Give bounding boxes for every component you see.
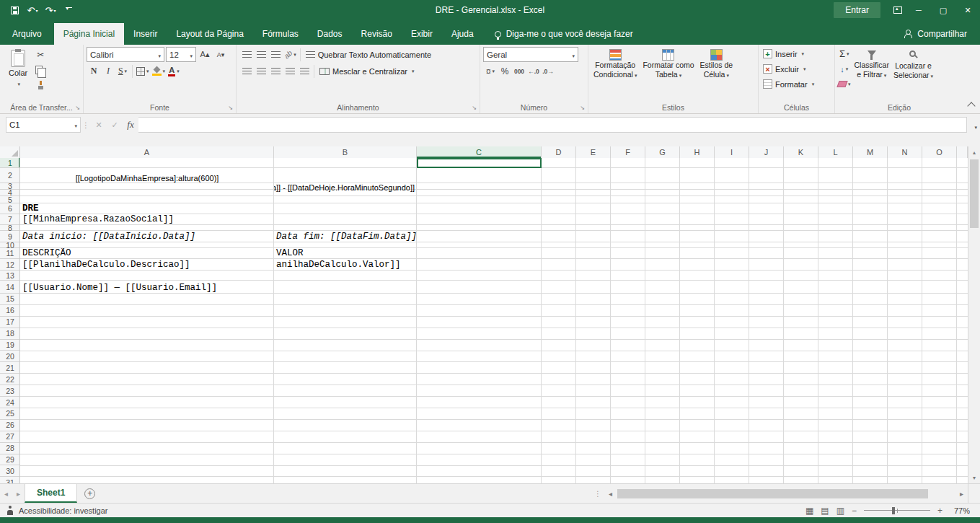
autosum-button[interactable]: Σ bbox=[836, 46, 852, 61]
cut-button[interactable]: ✂ bbox=[33, 47, 48, 62]
bottom-align-button[interactable] bbox=[268, 47, 283, 62]
minimize-button[interactable]: ─ bbox=[906, 0, 931, 20]
row-header-24[interactable]: 24 bbox=[0, 397, 20, 408]
row-header-15[interactable]: 15 bbox=[0, 294, 20, 305]
row-header-14[interactable]: 14 bbox=[0, 281, 20, 294]
sheet-nav-left-button[interactable]: ◂ bbox=[0, 484, 12, 503]
ribbon-display-options-button[interactable] bbox=[889, 1, 906, 19]
number-format-combo[interactable]: Geral bbox=[483, 47, 578, 62]
row-header-6[interactable]: 6 bbox=[0, 203, 20, 214]
tab-formulas[interactable]: Fórmulas bbox=[253, 23, 308, 45]
cell-a2[interactable]: [[LogotipoDaMinhaEmpresa]:altura(600)] bbox=[20, 168, 274, 183]
share-button[interactable]: Compartilhar bbox=[904, 23, 980, 45]
conditional-formatting-button[interactable]: Formatação Condicional bbox=[591, 47, 639, 79]
add-sheet-button[interactable]: + bbox=[84, 488, 95, 499]
accounting-format-button[interactable]: ¤ bbox=[483, 63, 498, 79]
column-header-g[interactable]: G bbox=[645, 146, 680, 158]
column-header-c[interactable]: C bbox=[417, 146, 542, 158]
row-header-8[interactable]: 8 bbox=[0, 225, 20, 231]
vertical-scrollbar[interactable]: ▴ ▾ bbox=[968, 146, 980, 483]
sign-in-button[interactable]: Entrar bbox=[834, 2, 880, 18]
font-name-combo[interactable]: Calibri bbox=[87, 47, 164, 62]
save-button[interactable] bbox=[6, 1, 23, 19]
row-header-18[interactable]: 18 bbox=[0, 328, 20, 340]
column-header-partial[interactable] bbox=[957, 146, 968, 158]
horizontal-scroll-thumb[interactable] bbox=[617, 489, 928, 498]
name-box-dropdown-icon[interactable] bbox=[73, 120, 77, 129]
decrease-decimal-button[interactable]: .0→ bbox=[541, 63, 555, 79]
font-color-button[interactable]: A bbox=[167, 63, 181, 79]
cell-b11[interactable]: VALOR bbox=[274, 248, 417, 259]
tab-revisao[interactable]: Revisão bbox=[352, 23, 402, 45]
underline-button[interactable]: S bbox=[115, 63, 130, 79]
find-select-button[interactable]: Localizar e Selecionar bbox=[891, 46, 935, 79]
zoom-slider-thumb[interactable] bbox=[892, 507, 895, 514]
insert-cells-button[interactable]: Inserir bbox=[760, 46, 833, 61]
name-box[interactable]: C1 bbox=[6, 117, 81, 133]
align-right-button[interactable] bbox=[268, 63, 283, 79]
decrease-indent-button[interactable] bbox=[283, 63, 297, 79]
column-header-e[interactable]: E bbox=[576, 146, 611, 158]
font-size-combo[interactable]: 12 bbox=[166, 47, 196, 62]
cell-b3[interactable]: ata]] - [[DataDeHoje.HoraMinutoSegundo]] bbox=[274, 183, 417, 193]
confirm-entry-button[interactable]: ✓ bbox=[107, 117, 123, 133]
alignment-dialog-launcher[interactable] bbox=[470, 104, 478, 112]
top-align-button[interactable] bbox=[239, 47, 254, 62]
fill-color-button[interactable] bbox=[151, 63, 167, 79]
scroll-up-button[interactable]: ▴ bbox=[968, 146, 980, 158]
tab-arquivo[interactable]: Arquivo bbox=[0, 23, 54, 45]
row-header-20[interactable]: 20 bbox=[0, 351, 20, 363]
middle-align-button[interactable] bbox=[254, 47, 268, 62]
row-header-22[interactable]: 22 bbox=[0, 374, 20, 385]
customize-quick-access-button[interactable] bbox=[60, 1, 77, 19]
row-header-13[interactable]: 13 bbox=[0, 271, 20, 281]
copy-button[interactable] bbox=[33, 62, 48, 77]
bold-button[interactable]: N bbox=[87, 63, 101, 79]
column-header-h[interactable]: H bbox=[680, 146, 715, 158]
tab-ajuda[interactable]: Ajuda bbox=[442, 23, 483, 45]
percent-style-button[interactable]: % bbox=[498, 63, 512, 79]
formula-bar-splitter[interactable]: ⋮ bbox=[81, 117, 91, 133]
zoom-out-button[interactable]: − bbox=[850, 506, 858, 516]
column-header-n[interactable]: N bbox=[888, 146, 922, 158]
tab-exibir[interactable]: Exibir bbox=[402, 23, 442, 45]
page-break-view-button[interactable]: ▥ bbox=[835, 506, 846, 516]
maximize-button[interactable]: ▢ bbox=[931, 0, 955, 20]
row-header-10[interactable]: 10 bbox=[0, 242, 20, 248]
merge-center-button[interactable]: Mesclar e Centralizar bbox=[317, 63, 417, 79]
cell-a14[interactable]: [[Usuario.Nome]] — [[Usuario.Email]] bbox=[20, 281, 274, 294]
row-header-2[interactable]: 2 bbox=[0, 168, 20, 183]
sort-filter-button[interactable]: Classificar e Filtrar bbox=[852, 46, 891, 79]
comma-style-button[interactable]: 000 bbox=[512, 63, 526, 79]
orientation-button[interactable]: ab bbox=[283, 47, 298, 62]
cell-a12[interactable]: [[PlanilhaDeCalculo.Descricao]] bbox=[20, 259, 274, 271]
column-header-j[interactable]: J bbox=[749, 146, 784, 158]
undo-button[interactable]: ↶▾ bbox=[24, 1, 41, 19]
hscroll-right-button[interactable]: ▸ bbox=[955, 484, 968, 503]
increase-decimal-button[interactable]: ←.0 bbox=[526, 63, 541, 79]
sheet-tab-sheet1[interactable]: Sheet1 bbox=[25, 484, 77, 503]
row-header-17[interactable]: 17 bbox=[0, 317, 20, 328]
increase-indent-button[interactable] bbox=[297, 63, 312, 79]
font-dialog-launcher[interactable] bbox=[226, 104, 234, 112]
tab-pagina-inicial[interactable]: Página Inicial bbox=[54, 23, 124, 45]
cell-a6[interactable]: DRE bbox=[20, 203, 274, 214]
select-all-corner[interactable] bbox=[0, 146, 20, 158]
italic-button[interactable]: I bbox=[101, 63, 115, 79]
scroll-down-button[interactable]: ▾ bbox=[968, 472, 980, 483]
column-header-b[interactable]: B bbox=[274, 146, 417, 158]
column-header-l[interactable]: L bbox=[818, 146, 853, 158]
cell-a11[interactable]: DESCRIÇÃO bbox=[20, 248, 274, 259]
row-header-27[interactable]: 27 bbox=[0, 431, 20, 443]
borders-button[interactable] bbox=[135, 63, 151, 79]
redo-button[interactable]: ↷▾ bbox=[42, 1, 59, 19]
decrease-font-size-button[interactable]: A▾ bbox=[213, 47, 228, 62]
column-header-d[interactable]: D bbox=[542, 146, 576, 158]
row-header-1[interactable]: 1 bbox=[0, 158, 20, 168]
column-header-o[interactable]: O bbox=[922, 146, 957, 158]
cell-styles-button[interactable]: Estilos de Célula bbox=[698, 47, 736, 79]
align-left-button[interactable] bbox=[239, 63, 254, 79]
cell-b9[interactable]: Data fim: [[DataFim.Data]] bbox=[274, 231, 417, 242]
format-cells-button[interactable]: Formatar bbox=[760, 76, 833, 92]
column-header-m[interactable]: M bbox=[853, 146, 888, 158]
